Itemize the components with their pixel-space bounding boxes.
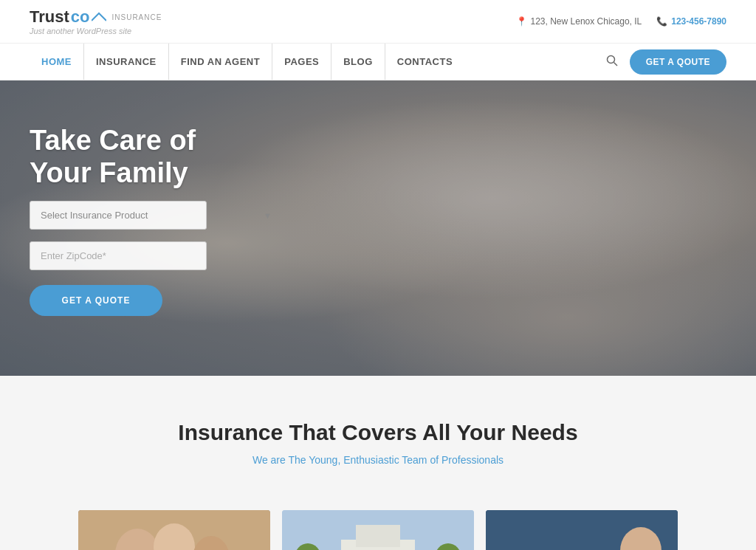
location-icon: 📍 [516, 16, 527, 27]
insurance-product-select[interactable]: Select Insurance Product Life Insurance … [30, 201, 207, 230]
family-thumbnail [78, 510, 270, 550]
contact-info: 📍 123, New Lenox Chicago, IL 📞 123-456-7… [516, 16, 727, 27]
location-info: 📍 123, New Lenox Chicago, IL [516, 16, 642, 27]
hero-title-line2: Your Family [30, 157, 188, 188]
section-title-area: Insurance That Covers All Your Needs We … [0, 376, 756, 510]
insurance-cards-row [0, 510, 756, 550]
nav-item-find-agent[interactable]: FIND AN AGENT [169, 44, 272, 80]
card-house[interactable] [282, 510, 474, 550]
hero-section: Take Care of Your Family Select Insuranc… [0, 80, 756, 376]
nav-item-pages[interactable]: PAGES [272, 44, 331, 80]
card-family[interactable] [78, 510, 270, 550]
card-car[interactable] [486, 510, 678, 550]
insurance-select-wrap: Select Insurance Product Life Insurance … [30, 201, 281, 230]
location-text: 123, New Lenox Chicago, IL [531, 16, 642, 27]
phone-text: 123-456-7890 [671, 16, 726, 27]
phone-icon: 📞 [656, 16, 667, 27]
nav-item-home[interactable]: HOME [30, 44, 84, 80]
nav-item-blog[interactable]: BLOG [331, 44, 385, 80]
nav-item-contacts[interactable]: CONTACTS [385, 44, 464, 80]
top-bar: Trust co insurance Just another WordPres… [0, 0, 756, 44]
section-main-title: Insurance That Covers All Your Needs [30, 420, 726, 445]
svg-point-0 [607, 55, 614, 63]
search-icon [606, 55, 618, 66]
section-subtitle: We are The Young, Enthusiastic Team of P… [30, 454, 726, 466]
logo-tagline: Just another WordPress site [30, 27, 162, 35]
search-button[interactable] [606, 55, 618, 69]
hero-title: Take Care of Your Family [30, 125, 281, 189]
logo-insurance-text: insurance [111, 13, 162, 21]
logo-co-text: co [71, 7, 90, 27]
car-thumbnail [486, 510, 678, 550]
svg-rect-10 [356, 525, 400, 547]
logo[interactable]: Trust co insurance [30, 7, 162, 27]
nav-right: GET A QOUTE [606, 49, 726, 75]
phone-info[interactable]: 📞 123-456-7890 [656, 16, 726, 27]
hero-content: Take Care of Your Family Select Insuranc… [0, 80, 310, 376]
zipcode-input[interactable] [30, 241, 207, 270]
house-thumbnail [282, 510, 474, 550]
svg-line-1 [614, 62, 617, 66]
nav-links: HOME INSURANCE FIND AN AGENT PAGES BLOG … [30, 44, 464, 80]
logo-trust-text: Trust [30, 7, 69, 27]
navbar: HOME INSURANCE FIND AN AGENT PAGES BLOG … [0, 44, 756, 80]
logo-area: Trust co insurance Just another WordPres… [30, 7, 162, 35]
hero-title-line1: Take Care of [30, 125, 196, 156]
nav-item-insurance[interactable]: INSURANCE [84, 44, 169, 80]
select-arrow-icon: ▼ [264, 211, 272, 220]
hero-get-quote-button[interactable]: GET A QUOTE [30, 285, 162, 316]
logo-roof-icon [92, 12, 106, 22]
get-quote-nav-button[interactable]: GET A QOUTE [630, 49, 726, 75]
